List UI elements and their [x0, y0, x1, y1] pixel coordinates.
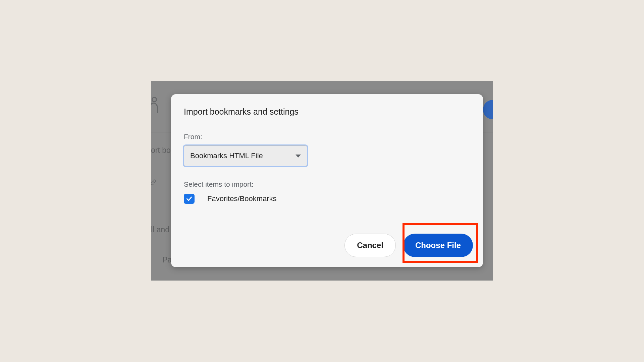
import-bookmarks-dialog: Import bookmarks and settings From: Book… [171, 94, 483, 267]
background-text-fragment: ort bo [151, 146, 171, 155]
cancel-button[interactable]: Cancel [344, 234, 396, 257]
screenshot-canvas: ort bo ll and Pa Import bookmarks and se… [78, 44, 566, 318]
favorites-checkbox[interactable] [184, 194, 195, 204]
link-icon [151, 179, 156, 185]
background-pill-button [483, 100, 493, 119]
background-text-fragment: Pa [162, 255, 172, 264]
dialog-button-row: Cancel Choose File [344, 234, 473, 257]
select-items-label: Select items to import: [184, 180, 470, 188]
favorites-checkbox-label: Favorites/Bookmarks [207, 194, 277, 203]
from-label: From: [184, 133, 470, 141]
import-item-row: Favorites/Bookmarks [184, 194, 470, 204]
caret-down-icon [296, 155, 301, 158]
from-select[interactable]: Bookmarks HTML File [184, 145, 307, 166]
background-text-fragment: ll and [151, 225, 169, 234]
avatar-icon-body [151, 103, 158, 113]
avatar-icon [152, 97, 157, 102]
choose-file-button[interactable]: Choose File [403, 234, 473, 257]
check-icon [186, 195, 193, 202]
from-select-value: Bookmarks HTML File [190, 152, 263, 160]
dialog-title: Import bookmarks and settings [184, 107, 470, 117]
